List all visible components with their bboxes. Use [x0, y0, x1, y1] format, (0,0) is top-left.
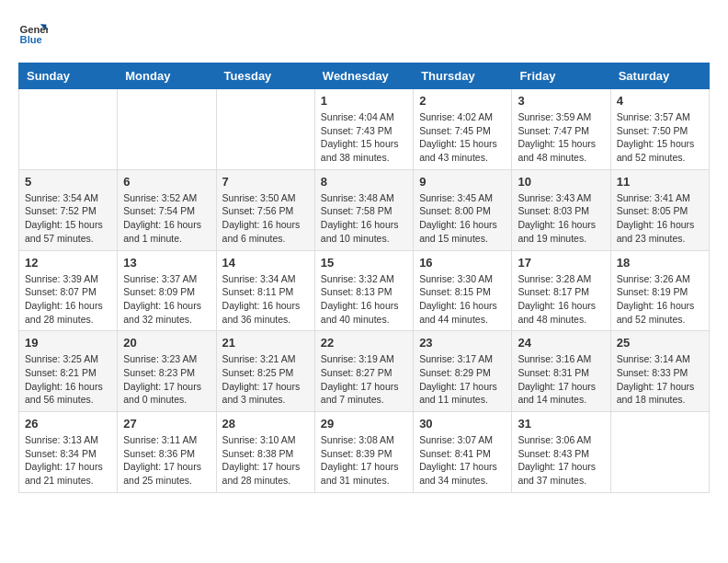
- day-number: 7: [222, 175, 309, 189]
- day-number: 30: [419, 417, 506, 431]
- calendar-cell: 11Sunrise: 3:41 AM Sunset: 8:05 PM Dayli…: [610, 169, 709, 250]
- calendar-cell: [216, 89, 314, 170]
- calendar-cell: 6Sunrise: 3:52 AM Sunset: 7:54 PM Daylig…: [118, 169, 216, 250]
- day-info: Sunrise: 3:43 AM Sunset: 8:03 PM Dayligh…: [518, 191, 604, 246]
- day-info: Sunrise: 3:19 AM Sunset: 8:27 PM Dayligh…: [321, 352, 407, 407]
- day-number: 24: [518, 336, 604, 350]
- day-number: 26: [25, 417, 111, 431]
- day-number: 27: [123, 417, 210, 431]
- weekday-header-sunday: Sunday: [19, 63, 118, 89]
- day-info: Sunrise: 3:14 AM Sunset: 8:33 PM Dayligh…: [617, 352, 703, 407]
- day-number: 3: [518, 94, 604, 108]
- day-info: Sunrise: 3:17 AM Sunset: 8:29 PM Dayligh…: [419, 352, 506, 407]
- day-number: 5: [25, 175, 111, 189]
- calendar-cell: 24Sunrise: 3:16 AM Sunset: 8:31 PM Dayli…: [512, 331, 610, 412]
- day-info: Sunrise: 3:25 AM Sunset: 8:21 PM Dayligh…: [25, 352, 111, 407]
- day-info: Sunrise: 3:41 AM Sunset: 8:05 PM Dayligh…: [617, 191, 703, 246]
- day-number: 28: [222, 417, 309, 431]
- day-info: Sunrise: 3:30 AM Sunset: 8:15 PM Dayligh…: [419, 272, 506, 327]
- day-number: 2: [419, 94, 506, 108]
- day-number: 22: [321, 336, 407, 350]
- calendar-header: SundayMondayTuesdayWednesdayThursdayFrid…: [19, 63, 710, 89]
- day-info: Sunrise: 3:50 AM Sunset: 7:56 PM Dayligh…: [222, 191, 309, 246]
- day-info: Sunrise: 3:06 AM Sunset: 8:43 PM Dayligh…: [518, 433, 604, 488]
- calendar-week-3: 12Sunrise: 3:39 AM Sunset: 8:07 PM Dayli…: [19, 250, 710, 331]
- calendar-cell: 9Sunrise: 3:45 AM Sunset: 8:00 PM Daylig…: [414, 169, 512, 250]
- day-number: 14: [222, 256, 309, 270]
- day-number: 15: [321, 256, 407, 270]
- calendar-cell: 8Sunrise: 3:48 AM Sunset: 7:58 PM Daylig…: [314, 169, 413, 250]
- day-info: Sunrise: 3:10 AM Sunset: 8:38 PM Dayligh…: [222, 433, 309, 488]
- calendar-cell: 20Sunrise: 3:23 AM Sunset: 8:23 PM Dayli…: [118, 331, 216, 412]
- weekday-header-friday: Friday: [512, 63, 610, 89]
- day-info: Sunrise: 3:16 AM Sunset: 8:31 PM Dayligh…: [518, 352, 604, 407]
- calendar-cell: 10Sunrise: 3:43 AM Sunset: 8:03 PM Dayli…: [512, 169, 610, 250]
- calendar-cell: 7Sunrise: 3:50 AM Sunset: 7:56 PM Daylig…: [216, 169, 314, 250]
- weekday-header-tuesday: Tuesday: [216, 63, 314, 89]
- calendar-cell: 3Sunrise: 3:59 AM Sunset: 7:47 PM Daylig…: [512, 89, 610, 170]
- calendar-cell: 21Sunrise: 3:21 AM Sunset: 8:25 PM Dayli…: [216, 331, 314, 412]
- day-info: Sunrise: 3:45 AM Sunset: 8:00 PM Dayligh…: [419, 191, 506, 246]
- day-info: Sunrise: 3:13 AM Sunset: 8:34 PM Dayligh…: [25, 433, 111, 488]
- day-number: 17: [518, 256, 604, 270]
- calendar-cell: 16Sunrise: 3:30 AM Sunset: 8:15 PM Dayli…: [414, 250, 512, 331]
- day-info: Sunrise: 3:37 AM Sunset: 8:09 PM Dayligh…: [123, 272, 210, 327]
- calendar-cell: 14Sunrise: 3:34 AM Sunset: 8:11 PM Dayli…: [216, 250, 314, 331]
- calendar-cell: 13Sunrise: 3:37 AM Sunset: 8:09 PM Dayli…: [118, 250, 216, 331]
- calendar-cell: 12Sunrise: 3:39 AM Sunset: 8:07 PM Dayli…: [19, 250, 118, 331]
- calendar-cell: 15Sunrise: 3:32 AM Sunset: 8:13 PM Dayli…: [314, 250, 413, 331]
- day-number: 13: [123, 256, 210, 270]
- calendar-cell: 17Sunrise: 3:28 AM Sunset: 8:17 PM Dayli…: [512, 250, 610, 331]
- day-number: 8: [321, 175, 407, 189]
- day-info: Sunrise: 3:08 AM Sunset: 8:39 PM Dayligh…: [321, 433, 407, 488]
- calendar-week-1: 1Sunrise: 4:04 AM Sunset: 7:43 PM Daylig…: [19, 89, 710, 170]
- page-header: General Blue: [18, 18, 710, 48]
- calendar-cell: 1Sunrise: 4:04 AM Sunset: 7:43 PM Daylig…: [314, 89, 413, 170]
- calendar-cell: 28Sunrise: 3:10 AM Sunset: 8:38 PM Dayli…: [216, 412, 314, 493]
- day-info: Sunrise: 3:07 AM Sunset: 8:41 PM Dayligh…: [419, 433, 506, 488]
- day-number: 10: [518, 175, 604, 189]
- calendar-cell: [19, 89, 118, 170]
- logo: General Blue: [18, 18, 51, 48]
- day-info: Sunrise: 3:21 AM Sunset: 8:25 PM Dayligh…: [222, 352, 309, 407]
- day-number: 21: [222, 336, 309, 350]
- day-info: Sunrise: 3:23 AM Sunset: 8:23 PM Dayligh…: [123, 352, 210, 407]
- day-info: Sunrise: 4:04 AM Sunset: 7:43 PM Dayligh…: [321, 110, 407, 165]
- calendar-cell: 18Sunrise: 3:26 AM Sunset: 8:19 PM Dayli…: [610, 250, 709, 331]
- day-number: 20: [123, 336, 210, 350]
- day-number: 16: [419, 256, 506, 270]
- calendar-cell: 30Sunrise: 3:07 AM Sunset: 8:41 PM Dayli…: [414, 412, 512, 493]
- day-number: 4: [617, 94, 703, 108]
- calendar-body: 1Sunrise: 4:04 AM Sunset: 7:43 PM Daylig…: [19, 89, 710, 493]
- day-info: Sunrise: 3:52 AM Sunset: 7:54 PM Dayligh…: [123, 191, 210, 246]
- calendar-cell: 31Sunrise: 3:06 AM Sunset: 8:43 PM Dayli…: [512, 412, 610, 493]
- day-info: Sunrise: 3:32 AM Sunset: 8:13 PM Dayligh…: [321, 272, 407, 327]
- weekday-header-saturday: Saturday: [610, 63, 709, 89]
- day-number: 23: [419, 336, 506, 350]
- day-number: 29: [321, 417, 407, 431]
- day-number: 1: [321, 94, 407, 108]
- day-info: Sunrise: 3:54 AM Sunset: 7:52 PM Dayligh…: [25, 191, 111, 246]
- calendar-cell: 27Sunrise: 3:11 AM Sunset: 8:36 PM Dayli…: [118, 412, 216, 493]
- day-info: Sunrise: 3:11 AM Sunset: 8:36 PM Dayligh…: [123, 433, 210, 488]
- day-info: Sunrise: 3:57 AM Sunset: 7:50 PM Dayligh…: [617, 110, 703, 165]
- day-info: Sunrise: 3:34 AM Sunset: 8:11 PM Dayligh…: [222, 272, 309, 327]
- day-info: Sunrise: 4:02 AM Sunset: 7:45 PM Dayligh…: [419, 110, 506, 165]
- calendar-cell: 5Sunrise: 3:54 AM Sunset: 7:52 PM Daylig…: [19, 169, 118, 250]
- weekday-header-thursday: Thursday: [414, 63, 512, 89]
- day-number: 25: [617, 336, 703, 350]
- day-number: 6: [123, 175, 210, 189]
- calendar-cell: 25Sunrise: 3:14 AM Sunset: 8:33 PM Dayli…: [610, 331, 709, 412]
- calendar-table: SundayMondayTuesdayWednesdayThursdayFrid…: [18, 63, 710, 493]
- calendar-week-5: 26Sunrise: 3:13 AM Sunset: 8:34 PM Dayli…: [19, 412, 710, 493]
- calendar-cell: [118, 89, 216, 170]
- day-number: 19: [25, 336, 111, 350]
- calendar-cell: 22Sunrise: 3:19 AM Sunset: 8:27 PM Dayli…: [314, 331, 413, 412]
- calendar-cell: 26Sunrise: 3:13 AM Sunset: 8:34 PM Dayli…: [19, 412, 118, 493]
- weekday-header-monday: Monday: [118, 63, 216, 89]
- day-info: Sunrise: 3:59 AM Sunset: 7:47 PM Dayligh…: [518, 110, 604, 165]
- calendar-cell: 19Sunrise: 3:25 AM Sunset: 8:21 PM Dayli…: [19, 331, 118, 412]
- calendar-cell: 23Sunrise: 3:17 AM Sunset: 8:29 PM Dayli…: [414, 331, 512, 412]
- day-info: Sunrise: 3:28 AM Sunset: 8:17 PM Dayligh…: [518, 272, 604, 327]
- svg-text:Blue: Blue: [20, 34, 42, 45]
